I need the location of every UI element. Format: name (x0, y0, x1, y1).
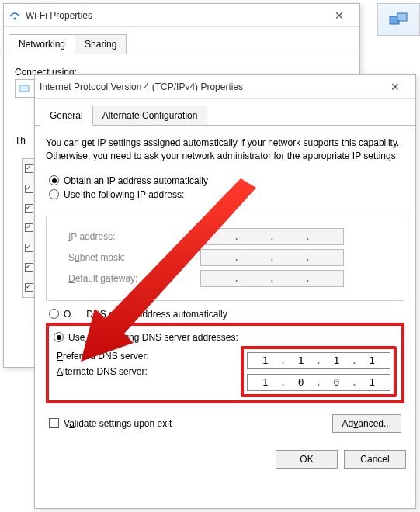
alternate-dns-input[interactable]: 1. 0. 0. 1 (247, 374, 390, 391)
cancel-button[interactable]: Cancel (344, 450, 406, 469)
subnet-mask-label: Subnet mask: (68, 252, 200, 263)
ip-address-input: ... (200, 228, 344, 245)
advanced-button[interactable]: Advanced... (332, 414, 401, 433)
ip-address-row: IP address: ... (68, 228, 396, 245)
radio-icon (49, 309, 59, 319)
ok-button[interactable]: OK (276, 450, 338, 469)
svg-rect-1 (397, 13, 407, 21)
ipv4-tabs: General Alternate Configuration (35, 99, 415, 126)
description-text: You can get IP settings assigned automat… (46, 137, 404, 163)
tab-sharing[interactable]: Sharing (75, 34, 127, 54)
tab-networking[interactable]: Networking (9, 34, 75, 54)
radio-dns-manual[interactable]: Use the following DNS server addresses: (54, 332, 397, 343)
radio-dns-auto-label: Obt DNS server address automatically (64, 309, 227, 320)
radio-ip-auto-label: Obtain an IP address automatically (64, 175, 208, 186)
gateway-input: ... (200, 270, 344, 287)
ip-fields-group: IP address: ... Subnet mask: ... Default… (46, 216, 404, 301)
radio-ip-auto[interactable]: Obtain an IP address automatically (49, 175, 401, 186)
alternate-dns-row: Alternate DNS server: (57, 366, 241, 377)
ipv4-properties-dialog: Internet Protocol Version 4 (TCP/IPv4) P… (34, 74, 416, 509)
ipv4-title: Internet Protocol Version 4 (TCP/IPv4) P… (40, 81, 243, 92)
close-button[interactable]: ✕ (380, 76, 411, 98)
preferred-dns-input[interactable]: 1. 1. 1. 1 (247, 352, 390, 369)
radio-icon (54, 332, 64, 342)
tab-general[interactable]: General (40, 106, 93, 126)
gateway-label: Default gateway: (68, 273, 200, 284)
radio-dns-auto[interactable]: Obt DNS server address automatically (49, 309, 401, 320)
checkbox-icon (49, 418, 59, 428)
close-button[interactable]: ✕ (324, 5, 355, 26)
alternate-dns-label: Alternate DNS server: (57, 366, 196, 377)
wifi-properties-title: Wi-Fi Properties (26, 10, 92, 21)
svg-point-2 (13, 17, 16, 19)
wifi-tabs: Networking Sharing (4, 27, 359, 54)
dns-highlight-box: Use the following DNS server addresses: … (46, 323, 404, 403)
validate-checkbox[interactable]: Validate settings upon exit (49, 418, 172, 429)
svg-rect-3 (19, 85, 29, 92)
dialog-footer: OK Cancel (35, 441, 415, 478)
ip-address-label: IP address: (68, 231, 200, 242)
radio-icon (49, 189, 59, 199)
radio-ip-manual[interactable]: Use the following IP address: (49, 189, 401, 200)
preferred-dns-label: Preferred DNS server: (57, 351, 196, 362)
ip-address-group: Obtain an IP address automatically Use t… (46, 171, 404, 208)
wifi-icon (9, 9, 21, 22)
preferred-dns-row: Preferred DNS server: (57, 351, 241, 362)
validate-label: Validate settings upon exit (64, 418, 172, 429)
tab-alternate-config[interactable]: Alternate Configuration (92, 106, 208, 125)
radio-ip-manual-label: Use the following IP address: (64, 189, 184, 200)
subnet-mask-input: ... (200, 249, 344, 266)
taskbar-preview-fragment (377, 3, 420, 36)
radio-dns-manual-label: Use the following DNS server addresses: (68, 332, 238, 343)
gateway-row: Default gateway: ... (68, 270, 396, 287)
ipv4-titlebar: Internet Protocol Version 4 (TCP/IPv4) P… (35, 75, 415, 99)
wifi-properties-titlebar: Wi-Fi Properties ✕ (4, 4, 359, 27)
radio-icon (49, 175, 59, 185)
dns-values-highlight-box: 1. 1. 1. 1 1. 0. 0. 1 (241, 346, 397, 397)
subnet-mask-row: Subnet mask: ... (68, 249, 396, 266)
